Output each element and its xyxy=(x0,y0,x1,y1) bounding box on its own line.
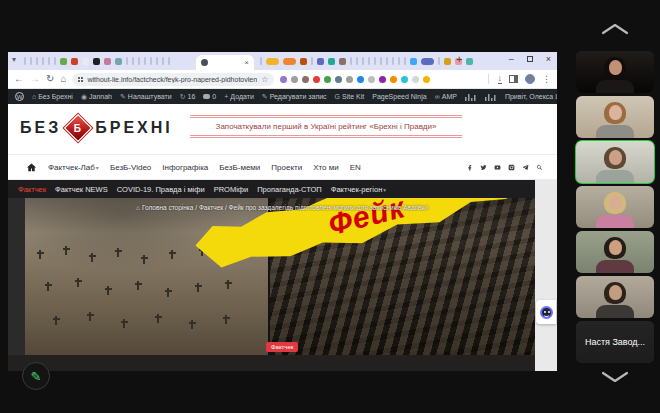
pinned-tab[interactable] xyxy=(82,58,89,65)
tab-search-chevron-icon[interactable]: ▾ xyxy=(12,55,16,64)
extension-icon[interactable] xyxy=(357,76,364,83)
pinned-tab[interactable] xyxy=(162,57,164,65)
nav-item[interactable]: Фактчек-Лаб▾ xyxy=(48,163,99,172)
active-tab[interactable]: × xyxy=(196,55,254,70)
wp-bar-item-plus[interactable]: +Додати xyxy=(224,93,254,100)
site-logo[interactable]: БЕЗ Б БРЕХНІ xyxy=(20,118,173,138)
extension-icon[interactable] xyxy=(379,76,386,83)
annotate-button[interactable]: ✎ xyxy=(22,362,50,390)
extension-icon[interactable] xyxy=(335,76,342,83)
nav-item[interactable]: Проекти xyxy=(271,163,302,172)
pinned-tab[interactable] xyxy=(328,58,335,65)
pinned-tab[interactable] xyxy=(398,57,400,65)
pinned-tab[interactable] xyxy=(132,57,134,65)
extension-icon[interactable] xyxy=(412,76,419,83)
pinned-tab[interactable] xyxy=(115,58,122,65)
extension-icon[interactable] xyxy=(368,76,375,83)
extension-icon[interactable] xyxy=(390,76,397,83)
tab-close-icon[interactable]: × xyxy=(244,59,249,67)
pinned-tab[interactable] xyxy=(104,58,111,65)
pinned-tab[interactable] xyxy=(156,57,158,65)
nav-item[interactable]: БезБ-меми xyxy=(219,163,260,172)
profile-avatar[interactable] xyxy=(525,74,535,84)
subnav-item[interactable]: COVID-19. Правда і міфи xyxy=(117,185,205,194)
subnav-item[interactable]: Фактчек xyxy=(18,185,46,194)
wp-bar-item-home[interactable]: ⌂Без Брехні xyxy=(32,93,73,100)
pinned-tab[interactable] xyxy=(404,57,406,65)
nav-item[interactable]: БезБ-Video xyxy=(110,163,151,172)
participant-video-tile[interactable] xyxy=(576,231,654,273)
forward-button[interactable]: → xyxy=(30,74,40,84)
pinned-tab[interactable] xyxy=(438,57,440,65)
pinned-tab[interactable] xyxy=(380,57,382,65)
wp-bar-item-update[interactable]: ↻16 xyxy=(180,93,196,100)
nav-item[interactable]: EN xyxy=(350,163,361,172)
pinned-tab[interactable] xyxy=(54,57,56,65)
wp-bar-item-edit[interactable]: ✎Редагувати запис xyxy=(262,93,327,100)
extension-icon[interactable] xyxy=(302,76,309,83)
extension-icon[interactable] xyxy=(280,76,287,83)
participant-video-tile[interactable] xyxy=(576,276,654,318)
extension-icon[interactable] xyxy=(291,76,298,83)
participant-name-tile[interactable]: Настя Завод... xyxy=(576,321,654,363)
subnav-item[interactable]: PROMіфи xyxy=(214,185,249,194)
subnav-item[interactable]: Фактчек NEWS xyxy=(55,185,108,194)
wp-bar-item-comment[interactable]: 0 xyxy=(203,93,216,100)
window-maximize-button[interactable] xyxy=(527,56,533,62)
pinned-tab[interactable] xyxy=(374,57,376,65)
extension-icon[interactable] xyxy=(346,76,353,83)
pinned-tab[interactable] xyxy=(311,57,313,65)
category-tag[interactable]: Фактчек xyxy=(266,342,298,352)
pinned-tab[interactable] xyxy=(126,57,128,65)
pinned-tab[interactable] xyxy=(317,58,324,65)
social-search-icon[interactable] xyxy=(536,164,543,171)
pinned-tab[interactable] xyxy=(60,58,67,65)
wp-bar-item-none[interactable]: PageSpeed Ninja xyxy=(372,93,427,100)
pinned-tab[interactable] xyxy=(350,57,352,65)
accessibility-widget-button[interactable] xyxy=(536,300,556,324)
extension-icon[interactable] xyxy=(324,76,331,83)
home-button[interactable]: ⌂ xyxy=(60,74,66,84)
participant-video-tile[interactable] xyxy=(576,186,654,228)
pinned-tab[interactable] xyxy=(36,57,38,65)
new-tab-button[interactable]: + xyxy=(456,53,462,65)
tab-group-pill[interactable] xyxy=(283,58,296,65)
pinned-tab[interactable] xyxy=(150,57,152,65)
participant-video-tile[interactable] xyxy=(576,51,654,93)
extension-icon[interactable] xyxy=(313,76,320,83)
pinned-tab[interactable] xyxy=(168,57,170,65)
breadcrumb[interactable]: ⌂Головна сторінка / Фактчек / Фейк про з… xyxy=(136,204,531,211)
participants-collapse-down-icon[interactable] xyxy=(600,370,630,384)
pinned-tab[interactable] xyxy=(71,58,78,65)
pinned-tab[interactable] xyxy=(138,57,140,65)
downloads-icon[interactable]: ↓ xyxy=(498,74,503,84)
wp-bar-item-customize[interactable]: ✎Налаштувати xyxy=(120,93,172,100)
window-close-button[interactable]: × xyxy=(546,54,551,64)
pinned-tab[interactable] xyxy=(356,57,358,65)
pinned-tab[interactable] xyxy=(392,57,394,65)
back-button[interactable]: ← xyxy=(14,74,24,84)
extension-icon[interactable] xyxy=(401,76,408,83)
extension-icon[interactable] xyxy=(423,76,430,83)
participant-video-tile[interactable] xyxy=(576,96,654,138)
pinned-tab[interactable] xyxy=(368,57,370,65)
wp-bar-item-stats[interactable] xyxy=(485,93,497,101)
wp-bar-item-site[interactable]: ◉Jannah xyxy=(81,93,112,100)
pinned-tab[interactable] xyxy=(339,58,346,65)
pinned-tab[interactable] xyxy=(48,57,50,65)
reload-button[interactable]: ↻ xyxy=(46,74,54,84)
pinned-tab[interactable] xyxy=(410,58,417,65)
pinned-tab[interactable] xyxy=(386,57,388,65)
pinned-tab[interactable] xyxy=(42,57,44,65)
wp-bar-item-stats[interactable] xyxy=(465,93,477,101)
pinned-tab[interactable] xyxy=(30,57,32,65)
pinned-tab[interactable] xyxy=(444,58,451,65)
social-twitter-icon[interactable] xyxy=(480,164,487,171)
menu-kebab-icon[interactable]: ⋮ xyxy=(542,74,551,84)
wp-bar-item-google[interactable]: GSite Kit xyxy=(335,93,365,100)
window-minimize-button[interactable]: – xyxy=(509,54,514,64)
wp-bar-item-link[interactable]: ∞AMP xyxy=(435,93,457,100)
tab-group-pill[interactable] xyxy=(421,58,434,65)
side-panel-icon[interactable] xyxy=(509,75,518,83)
nav-home-icon[interactable] xyxy=(26,162,37,173)
